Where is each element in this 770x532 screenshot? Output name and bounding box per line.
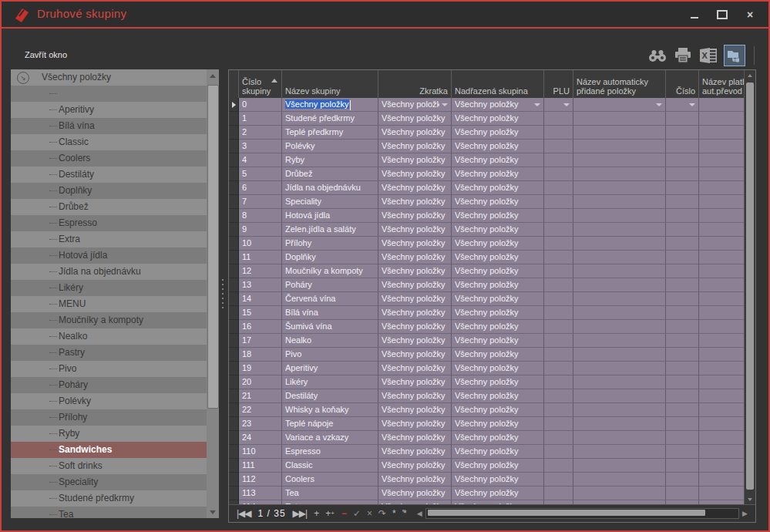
- cell-cislo[interactable]: [666, 431, 699, 445]
- cell-auto_item[interactable]: [573, 181, 666, 195]
- cell-auto_item[interactable]: [573, 126, 666, 140]
- cell-cislo[interactable]: [666, 445, 699, 459]
- cell-parent[interactable]: Všechny položky: [452, 181, 544, 195]
- row-indicator-cell[interactable]: [229, 487, 239, 500]
- table-row[interactable]: 7SpecialityVšechny položkyVšechny položk…: [229, 195, 745, 209]
- table-row[interactable]: 112CoolersVšechny položkyVšechny položky: [229, 473, 745, 487]
- cell-payment[interactable]: [699, 403, 745, 417]
- cell-zkratka[interactable]: Všechny položky: [378, 362, 452, 375]
- tree-item-hotov-j-dla[interactable]: Hotová jídla: [11, 247, 207, 264]
- cell-payment[interactable]: [699, 431, 745, 445]
- cell-parent[interactable]: Všechny položky: [452, 167, 544, 181]
- cell-plu[interactable]: [544, 181, 573, 195]
- cell-parent[interactable]: Všechny položky: [452, 306, 544, 320]
- cell-zkratka[interactable]: Všechny položky: [378, 195, 452, 209]
- close-button[interactable]: ×: [744, 8, 756, 21]
- row-indicator-cell[interactable]: [229, 362, 239, 375]
- row-indicator-cell[interactable]: [229, 181, 239, 195]
- cell-cislo[interactable]: [666, 389, 699, 403]
- row-indicator-cell[interactable]: [229, 209, 239, 223]
- cell-plu[interactable]: [544, 126, 573, 140]
- table-row[interactable]: 13PoháryVšechny položkyVšechny položky: [229, 278, 745, 292]
- tree-item-aperitivy[interactable]: Aperitivy: [11, 102, 207, 118]
- table-row[interactable]: 2Teplé předkrmyVšechny položkyVšechny po…: [229, 126, 745, 140]
- table-row[interactable]: 15Bílá vínaVšechny položkyVšechny položk…: [229, 306, 745, 320]
- cell-cislo[interactable]: [666, 320, 699, 334]
- cell-plu[interactable]: [544, 278, 573, 292]
- cell-payment[interactable]: [699, 334, 745, 348]
- cell-plu[interactable]: [544, 403, 573, 417]
- column-header-num[interactable]: Čísloskupiny: [239, 70, 282, 98]
- cell-plu[interactable]: [544, 209, 573, 223]
- row-indicator-cell[interactable]: [229, 112, 239, 126]
- cell-name[interactable]: Aperitivy: [282, 362, 378, 375]
- cell-payment[interactable]: [699, 167, 745, 181]
- cell-payment[interactable]: [699, 112, 745, 126]
- cell-parent[interactable]: Všechny položky: [452, 112, 544, 126]
- cell-name[interactable]: Whisky a koňaky: [282, 403, 378, 417]
- cell-auto_item[interactable]: [573, 251, 666, 264]
- cell-num[interactable]: 0: [239, 98, 282, 112]
- tree-item-p-lohy[interactable]: Přílohy: [11, 409, 207, 426]
- cell-parent[interactable]: Všechny položky: [452, 251, 544, 264]
- cell-plu[interactable]: [544, 306, 573, 320]
- nav-refresh-button[interactable]: ↷: [378, 506, 385, 521]
- cell-parent[interactable]: Všechny položky: [452, 153, 544, 167]
- grid-vertical-scrollbar[interactable]: [744, 70, 755, 505]
- nav-delete-button[interactable]: −: [341, 506, 346, 521]
- export-excel-icon[interactable]: X: [698, 45, 718, 66]
- table-row[interactable]: 110EspressoVšechny položkyVšechny položk…: [229, 445, 745, 459]
- tree-item-pol-vky[interactable]: Polévky: [11, 393, 207, 409]
- tree-vertical-scrollbar[interactable]: [207, 69, 219, 518]
- tree-item-pastry[interactable]: Pastry: [11, 345, 207, 361]
- grid-scroll-down-icon[interactable]: [745, 494, 755, 505]
- table-row[interactable]: 11DoplňkyVšechny položkyVšechny položky: [229, 251, 745, 264]
- cell-cislo[interactable]: [666, 98, 699, 112]
- tree-item-tea[interactable]: Tea: [11, 507, 207, 518]
- cell-cislo[interactable]: [666, 292, 699, 306]
- cell-auto_item[interactable]: [573, 473, 666, 487]
- cell-plu[interactable]: [544, 389, 573, 403]
- tree-collapse-icon[interactable]: ↘: [17, 72, 29, 84]
- tree-scroll-thumb[interactable]: [207, 85, 219, 409]
- row-indicator-cell[interactable]: [229, 140, 239, 153]
- cell-name[interactable]: Destiláty: [282, 389, 378, 403]
- cell-name[interactable]: Teplé nápoje: [282, 417, 378, 431]
- cell-plu[interactable]: [544, 445, 573, 459]
- cell-num[interactable]: 112: [239, 473, 282, 487]
- cell-name[interactable]: Přílohy: [282, 237, 378, 251]
- cell-plu[interactable]: [544, 264, 573, 278]
- search-icon[interactable]: [647, 45, 667, 66]
- cell-zkratka[interactable]: Všechny položky: [378, 417, 452, 431]
- cell-zkratka[interactable]: Všechny položky: [378, 431, 452, 445]
- cell-name[interactable]: Speciality: [282, 195, 378, 209]
- cell-auto_item[interactable]: [573, 320, 666, 334]
- nav-first-button[interactable]: |◀◀: [237, 506, 251, 521]
- table-row[interactable]: 14Červená vínaVšechny položkyVšechny pol…: [229, 292, 745, 306]
- cell-num[interactable]: 15: [239, 306, 282, 320]
- table-row[interactable]: 19AperitivyVšechny položkyVšechny položk…: [229, 362, 745, 375]
- cell-zkratka[interactable]: Všechny položky: [378, 153, 452, 167]
- cell-payment[interactable]: [699, 362, 745, 375]
- cell-payment[interactable]: [699, 320, 745, 334]
- hscroll-left-icon[interactable]: ◀: [417, 510, 422, 517]
- cell-parent[interactable]: Všechny položky: [452, 431, 544, 445]
- cell-num[interactable]: 2: [239, 126, 282, 140]
- table-row[interactable]: 10PřílohyVšechny položkyVšechny položky: [229, 237, 745, 251]
- cell-num[interactable]: 113: [239, 487, 282, 500]
- cell-name[interactable]: Classic: [282, 459, 378, 473]
- cell-parent[interactable]: Všechny položky: [452, 348, 544, 362]
- cell-auto_item[interactable]: [573, 237, 666, 251]
- combo-dropdown-icon[interactable]: [534, 103, 540, 106]
- tree-scroll-up-icon[interactable]: [207, 69, 219, 82]
- cell-num[interactable]: 17: [239, 334, 282, 348]
- cell-cislo[interactable]: [666, 403, 699, 417]
- cell-num[interactable]: 10: [239, 237, 282, 251]
- cell-auto_item[interactable]: [573, 195, 666, 209]
- table-row[interactable]: 16Šumivá vínaVšechny položkyVšechny polo…: [229, 320, 745, 334]
- row-indicator-cell[interactable]: [229, 431, 239, 445]
- row-indicator-cell[interactable]: [229, 334, 239, 348]
- cell-zkratka[interactable]: Všechny položky: [378, 112, 452, 126]
- cell-num[interactable]: 13: [239, 278, 282, 292]
- tree-item-j-dla-na-objedn-vku[interactable]: Jídla na objednávku: [11, 264, 207, 280]
